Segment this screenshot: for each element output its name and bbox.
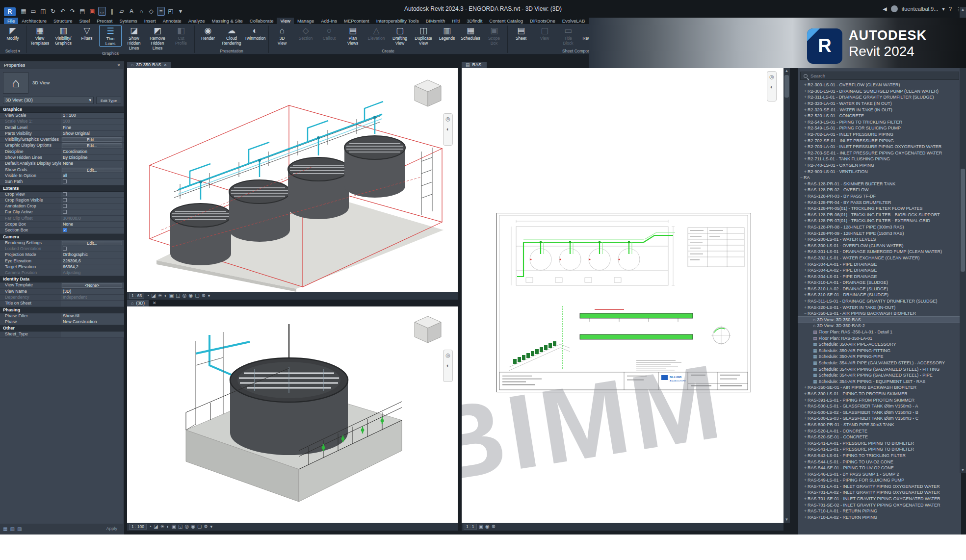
browser-item-r2-703-se-01-inlet-pressure-piping-oxyge[interactable]: +R2-703-SE-01 - INLET PRESSURE PIPING OX…	[798, 150, 962, 156]
expand-icon[interactable]: +	[803, 237, 808, 242]
worksharing-display-icon[interactable]: ⚙	[492, 523, 496, 530]
crop-region-icon[interactable]: ◱	[176, 292, 180, 299]
browser-item-floor-plan-ras-350-la-01[interactable]: ▤Floor Plan: RAS-350-LA-01	[798, 335, 962, 341]
browser-item-ras-300-ls-01-overflow-clean-water[interactable]: +RAS-300-LS-01 - OVERFLOW (CLEAN WATER)	[798, 242, 962, 249]
ribbon-tab-systems[interactable]: Systems	[116, 18, 140, 24]
ribbon-group-label-presentation[interactable]: Presentation	[197, 48, 266, 54]
schedules-button[interactable]: ▦Schedules	[459, 25, 482, 41]
duplicate-view-button[interactable]: ◫Duplicate View	[412, 25, 435, 46]
browser-item-ras-543-ls-01-piping-to-trickling-filter[interactable]: +RAS-543-LS-01 - PIPING TO TRICKLING FIL…	[798, 453, 962, 459]
crop-view-icon[interactable]: ▣	[479, 523, 483, 530]
browser-item-ras-549-ls-01-piping-for-sluicing-pump[interactable]: +RAS-549-LS-01 - PIPING FOR SLUICING PUM…	[798, 477, 962, 484]
browser-item-ra[interactable]: −RA	[798, 175, 962, 181]
remove-hidden-lines-button[interactable]: ◩Remove Hidden Lines	[146, 25, 169, 51]
expand-icon[interactable]: +	[803, 434, 808, 439]
property-value[interactable]: Coordination	[61, 149, 124, 154]
property-value[interactable]: ✓	[61, 228, 124, 233]
expand-icon[interactable]: +	[803, 218, 808, 223]
temporary-view-properties-icon[interactable]: ▢	[195, 292, 199, 299]
avatar[interactable]	[891, 5, 898, 12]
property-value[interactable]: Orthographic	[61, 252, 124, 257]
worksets-icon[interactable]: ▦	[3, 526, 7, 532]
browser-item-3d-view-3d-350-ras[interactable]: ⌂3D View: 3D-350-RAS	[798, 317, 962, 323]
crop-view-checkbox[interactable]	[63, 192, 67, 196]
expand-icon[interactable]: +	[803, 274, 808, 279]
property-value[interactable]: 66364,2	[61, 264, 124, 270]
expand-icon[interactable]: +	[803, 89, 808, 94]
browser-item-ras-546-ls-01-by-pass-sump-1-sump-2[interactable]: +RAS-546-LS-01 - BY PASS SUMP 1 - SUMP 2	[798, 471, 962, 477]
expand-icon[interactable]: +	[803, 206, 808, 211]
viewcube[interactable]	[412, 313, 444, 346]
property-value[interactable]	[61, 198, 124, 203]
crop-region-icon[interactable]: ◱	[178, 523, 183, 530]
browser-item-ras-391-ls-01-piping-from-protein-skimme[interactable]: +RAS-391-LS-01 - PIPING FROM PROTEIN SKI…	[798, 397, 962, 403]
drafting-view-button[interactable]: ▢Drafting View	[389, 25, 411, 46]
zoom-icon[interactable]: ◐	[446, 362, 450, 368]
ribbon-group-label-graphics[interactable]: Graphics	[28, 51, 192, 57]
browser-item-ras-500-ls-03-glassfiber-tank-8m-v150m3-[interactable]: +RAS-500-LS-03 - GLASSFIBER TANK Ø8m V15…	[798, 415, 962, 422]
expand-icon[interactable]: +	[803, 478, 808, 483]
property-value[interactable]: 100	[61, 119, 124, 124]
expand-icon[interactable]: +	[803, 120, 808, 125]
expand-icon[interactable]: +	[803, 268, 808, 273]
browser-item-ras-520-se-01-concrete[interactable]: +RAS-520-SE-01 - CONCRETE	[798, 434, 962, 440]
navigation-bar[interactable]: ◎ ◐	[443, 350, 453, 382]
browser-item-r2-702-se-01-inlet-pressure-piping[interactable]: +R2-702-SE-01 - INLET PRESSURE PIPING	[798, 137, 962, 144]
property-value[interactable]: By Discipline	[61, 155, 124, 160]
sun-path-icon[interactable]: ☀	[158, 292, 162, 299]
browser-item-ras-200-ls-01-water-levels[interactable]: +RAS-200-LS-01 - WATER LEVELS	[798, 236, 962, 243]
property-value[interactable]	[61, 209, 124, 215]
viewcube[interactable]	[412, 77, 444, 109]
expand-icon[interactable]: +	[803, 292, 808, 297]
show-hidden-lines-button[interactable]: ◪Show Hidden Lines	[123, 25, 145, 51]
expand-icon[interactable]: +	[803, 95, 808, 100]
property-value[interactable]	[61, 179, 124, 184]
browser-item-r2-711-ls-01-tank-flushing-piping[interactable]: +R2-711-LS-01 - TANK FLUSHING PIPING	[798, 156, 962, 162]
browser-item-3d-view-3d-350-ras-2[interactable]: ⌂3D View: 3D-350-RAS-2	[798, 323, 962, 329]
expand-icon[interactable]: +	[803, 163, 808, 168]
user-dropdown-icon[interactable]: ▾	[942, 6, 945, 12]
expand-icon[interactable]: +	[803, 410, 808, 415]
browser-item-ras-128-pr-01-skimmer-buffer-tank[interactable]: +RAS-128-PR-01 - SKIMMER BUFFER TANK	[798, 181, 962, 187]
detail-level-icon[interactable]: ◔	[146, 292, 149, 299]
plan-views-button[interactable]: ▤Plan Views	[341, 25, 364, 46]
viewport-sheet[interactable]: BIMM	[462, 68, 783, 523]
constraints-icon[interactable]: ▾	[210, 523, 212, 530]
thin-lines-button[interactable]: ☰Thin Lines	[99, 25, 122, 47]
temporary-view-properties-icon[interactable]: ▢	[197, 523, 202, 530]
crop-view-icon[interactable]: ▣	[169, 292, 174, 299]
browser-item-schedule-350-air-piping-pipe[interactable]: ▦Schedule: 350-AIR PIPING-PIPE	[798, 354, 962, 360]
ribbon-tab-architecture[interactable]: Architecture	[18, 18, 50, 24]
expand-icon[interactable]: +	[803, 484, 808, 489]
navigation-bar[interactable]: ◎ ◐	[443, 113, 453, 146]
browser-item-schedule-354-air-piping-galvanized-steel[interactable]: ▦Schedule: 354-AIR PIPING (GALVANIZED ST…	[798, 372, 962, 379]
expand-icon[interactable]: +	[803, 107, 808, 112]
ribbon-tab-analyze[interactable]: Analyze	[185, 18, 209, 24]
browser-item-ras-701-se-02-inlet-gravity-piping-oxyge[interactable]: +RAS-701-SE-02 - INLET GRAVITY PIPING OX…	[798, 502, 962, 508]
browser-item-ras-304-la-01-pipe-drainage[interactable]: +RAS-304-LA-01 - PIPE DRAINAGE	[798, 261, 962, 267]
browser-item-r2-703-la-01-inlet-pressure-piping-oxyge[interactable]: +R2-703-LA-01 - INLET PRESSURE PIPING OX…	[798, 144, 962, 150]
reveal-hidden-icon[interactable]: ◉	[191, 523, 195, 530]
ribbon-tab-collaborate[interactable]: Collaborate	[246, 18, 277, 24]
browser-item-ras-310-la-01-drainage-sludge[interactable]: +RAS-310-LA-01 - DRAINAGE (SLUDGE)	[798, 280, 962, 286]
browser-item-r2-740-ls-01-oxygen-piping[interactable]: +R2-740-LS-01 - OXYGEN PIPING	[798, 162, 962, 169]
ribbon-tab-bimsmith[interactable]: BIMsmith	[422, 18, 449, 24]
ribbon-tab-structure[interactable]: Structure	[50, 18, 76, 24]
browser-item-ras-350-ls-01-air-piping-backwash-biofil[interactable]: −RAS-350-LS-01 - AIR PIPING BACKWASH BIO…	[798, 310, 962, 317]
ribbon-tab-steel[interactable]: Steel	[76, 18, 94, 24]
apply-button[interactable]: Apply	[106, 526, 117, 531]
view-templates-button[interactable]: ▦View Templates	[28, 25, 51, 46]
property-value[interactable]: <None>	[61, 282, 124, 288]
expand-icon[interactable]: +	[803, 472, 808, 477]
shadows-icon[interactable]: ◐	[166, 523, 169, 530]
zoom-icon[interactable]: ◐	[446, 126, 450, 132]
browser-item-ras-541-ls-01-pressure-piping-to-biofilt[interactable]: +RAS-541-LS-01 - PRESSURE PIPING TO BIOF…	[798, 446, 962, 453]
expand-icon[interactable]: +	[803, 212, 808, 217]
ribbon-tab-content-catalog[interactable]: Content Catalog	[486, 18, 526, 24]
close-view-icon[interactable]: ✕	[153, 300, 157, 306]
browser-item-ras-710-la-01-return-piping[interactable]: +RAS-710-LA-01 - RETURN PIPING	[798, 508, 962, 514]
ribbon-tab-file[interactable]: File	[4, 18, 18, 24]
steering-wheel-icon[interactable]: ◎	[445, 116, 450, 122]
property-value[interactable]: Show Original	[61, 131, 124, 136]
browser-item-ras-320-ls-01-water-in-take-in-out[interactable]: +RAS-320-LS-01 - WATER IN TAKE (IN-OUT)	[798, 304, 962, 310]
